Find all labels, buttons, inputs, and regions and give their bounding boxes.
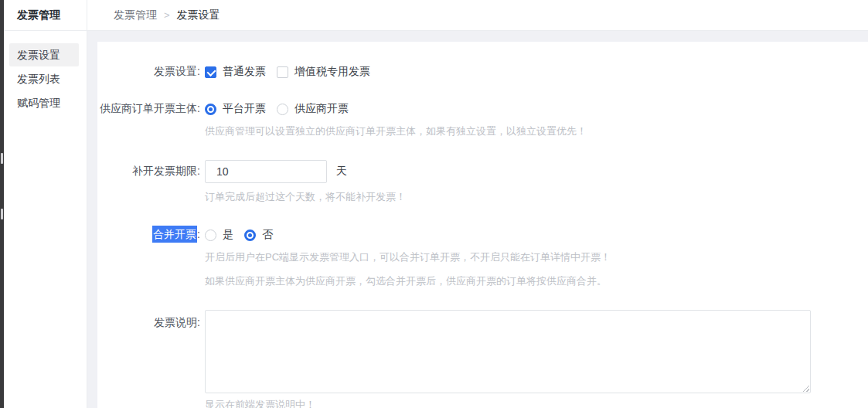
radio-icon[interactable]	[205, 230, 216, 241]
checkbox-label: 增值税专用发票	[294, 65, 370, 79]
radio-option-platform-invoicing[interactable]: 平台开票	[205, 102, 266, 116]
strip-notch-icon	[1, 209, 3, 219]
reissue-period-input[interactable]	[205, 160, 327, 183]
radio-option-supplier-invoicing[interactable]: 供应商开票	[277, 102, 349, 116]
reissue-period-row: 补开发票期限: 天	[97, 160, 868, 183]
sidebar-nav: 发票设置 发票列表 赋码管理	[4, 31, 87, 114]
checkbox-label: 普通发票	[223, 65, 266, 79]
invoice-type-label: 发票设置:	[97, 65, 200, 79]
radio-option-yes[interactable]: 是	[205, 228, 233, 242]
breadcrumb-item-invoice-management[interactable]: 发票管理	[114, 8, 157, 22]
sidebar-item-invoice-settings[interactable]: 发票设置	[9, 43, 79, 66]
checkbox-icon[interactable]	[205, 66, 216, 78]
supplier-subject-label: 供应商订单开票主体:	[97, 102, 200, 116]
checkbox-icon[interactable]	[277, 66, 288, 78]
collapsed-sidebar-strip[interactable]	[0, 0, 4, 408]
app-window: 发票管理 发票设置 发票列表 赋码管理 发票管理 > 发票设置 发票设置: 普通…	[0, 0, 868, 408]
merge-invoicing-hint-1: 开启后用户在PC端显示发票管理入口，可以合并订单开票，不开启只能在订单详情中开票…	[205, 250, 868, 264]
settings-card: 发票设置: 普通发票 增值税专用发票 供应商订单开票主体:	[97, 42, 868, 408]
breadcrumb-bar: 发票管理 > 发票设置	[87, 0, 868, 31]
merge-invoicing-options: 是 否	[205, 228, 284, 242]
invoice-description-control	[205, 310, 811, 393]
radio-label: 供应商开票	[294, 102, 349, 116]
supplier-subject-hint: 供应商管理可以设置独立的供应商订单开票主体，如果有独立设置，以独立设置优先！	[205, 124, 868, 138]
radio-icon[interactable]	[205, 104, 216, 115]
reissue-period-control: 天	[205, 160, 347, 183]
reissue-period-label: 补开发票期限:	[97, 165, 200, 178]
radio-label: 否	[262, 228, 273, 242]
label-colon: :	[197, 228, 200, 240]
radio-label: 是	[223, 228, 233, 242]
invoice-description-hint: 显示在前端发票说明中！	[205, 398, 868, 408]
supplier-subject-row: 供应商订单开票主体: 平台开票 供应商开票	[97, 102, 868, 116]
radio-option-no[interactable]: 否	[244, 228, 273, 242]
breadcrumb-item-invoice-settings: 发票设置	[177, 8, 220, 22]
supplier-subject-options: 平台开票 供应商开票	[205, 102, 359, 116]
chevron-right-icon: >	[164, 9, 170, 21]
sidebar: 发票管理 发票设置 发票列表 赋码管理	[4, 0, 87, 408]
sidebar-item-code-management[interactable]: 赋码管理	[9, 91, 79, 114]
text-selection-highlight: 合并开票	[152, 226, 197, 243]
checkbox-option-regular-invoice[interactable]: 普通发票	[205, 65, 266, 79]
sidebar-item-invoice-list[interactable]: 发票列表	[9, 67, 79, 90]
content-background: 发票设置: 普通发票 增值税专用发票 供应商订单开票主体:	[87, 31, 868, 408]
invoice-description-textarea[interactable]	[205, 310, 811, 393]
reissue-period-hint: 订单完成后超过这个天数，将不能补开发票！	[205, 190, 868, 204]
invoice-description-row: 发票说明:	[97, 310, 868, 393]
invoice-type-options: 普通发票 增值税专用发票	[205, 65, 381, 79]
merge-invoicing-row: 合并开票: 是 否	[97, 228, 868, 242]
radio-icon[interactable]	[244, 230, 256, 241]
reissue-period-unit: 天	[336, 165, 347, 178]
invoice-type-row: 发票设置: 普通发票 增值税专用发票	[97, 65, 868, 79]
invoice-description-label: 发票说明:	[97, 316, 200, 330]
merge-invoicing-label: 合并开票:	[97, 228, 200, 242]
checkbox-option-vat-special-invoice[interactable]: 增值税专用发票	[277, 65, 370, 79]
main-area: 发票管理 > 发票设置 发票设置: 普通发票 增值税专用发票	[87, 0, 868, 408]
sidebar-title: 发票管理	[4, 0, 87, 31]
radio-label: 平台开票	[223, 102, 266, 116]
radio-icon[interactable]	[277, 104, 288, 115]
strip-notch-icon	[1, 153, 3, 164]
merge-invoicing-hint-2: 如果供应商开票主体为供应商开票，勾选合并开票后，供应商开票的订单将按供应商合并。	[205, 274, 868, 288]
